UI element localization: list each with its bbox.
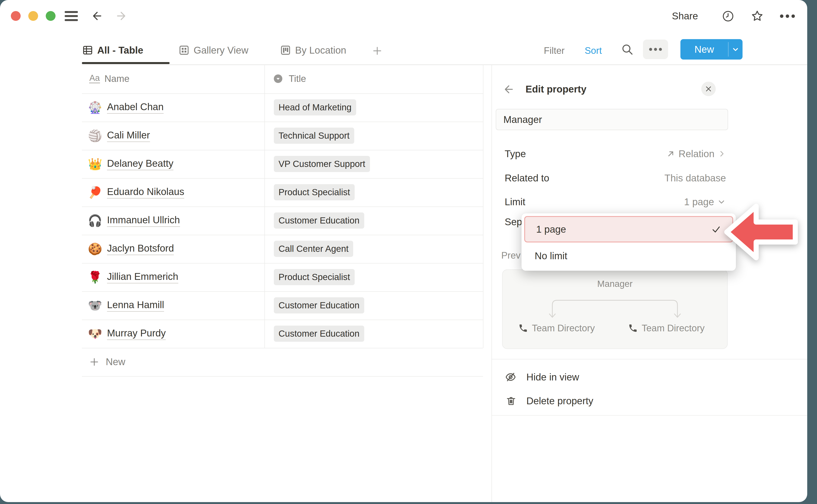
row-name-link[interactable]: Jillian Emmerich xyxy=(107,271,178,283)
new-button-label[interactable]: New xyxy=(680,39,728,60)
search-icon[interactable] xyxy=(621,43,634,56)
limit-dropdown-menu: 1 page No limit xyxy=(522,213,736,271)
row-title-chip[interactable]: Head of Marketing xyxy=(274,99,356,115)
row-title-chip[interactable]: Technical Support xyxy=(274,128,354,144)
ellipsis-icon xyxy=(649,47,663,51)
column-header-name[interactable]: Name xyxy=(104,73,129,85)
row-emoji-icon: 🏓 xyxy=(88,186,102,199)
row-emoji-icon: 🐨 xyxy=(88,299,102,312)
action-label: Hide in view xyxy=(526,371,579,383)
favorite-star-icon[interactable] xyxy=(751,9,764,23)
pointer-arrow-annotation xyxy=(724,202,799,262)
row-title-chip[interactable]: Call Center Agent xyxy=(274,241,353,257)
tab-label: Gallery View xyxy=(194,44,248,56)
column-divider[interactable] xyxy=(483,65,484,348)
row-emoji-icon: 👑 xyxy=(88,158,102,170)
table-row[interactable]: 🌹 Jillian Emmerich Product Specialist xyxy=(82,263,483,292)
panel-section-divider xyxy=(492,359,807,359)
hide-in-view-button[interactable]: Hide in view xyxy=(505,371,579,383)
new-button[interactable]: New xyxy=(680,39,743,60)
panel-close-button[interactable] xyxy=(701,82,716,96)
table-row[interactable]: 👑 Delaney Beatty VP Customer Support xyxy=(82,150,483,179)
column-header-title[interactable]: Title xyxy=(289,73,306,85)
relation-arrow-icon xyxy=(666,149,676,158)
row-name-link[interactable]: Immanuel Ullrich xyxy=(107,214,180,227)
property-row-related-to[interactable]: Related to This database xyxy=(505,171,726,186)
phone-icon xyxy=(518,323,528,333)
traffic-light-close[interactable] xyxy=(11,11,21,21)
row-emoji-icon: 🐶 xyxy=(88,327,102,340)
table-row[interactable]: 🏐 Cali Miller Technical Support xyxy=(82,122,483,150)
preview-child-right: Team Directory xyxy=(628,323,705,333)
filter-button[interactable]: Filter xyxy=(544,45,565,57)
updates-clock-icon[interactable] xyxy=(722,10,734,23)
row-emoji-icon: 🎧 xyxy=(88,214,102,227)
dropdown-option-no-limit[interactable]: No limit xyxy=(524,245,733,268)
row-name-link[interactable]: Delaney Beatty xyxy=(107,158,173,170)
table-row[interactable]: 🐨 Lenna Hamill Customer Education xyxy=(82,291,483,320)
row-name-link[interactable]: Lenna Hamill xyxy=(107,299,164,312)
tab-label: All - Table xyxy=(97,44,143,56)
table-row[interactable]: 🎧 Immanuel Ullrich Customer Education xyxy=(82,206,483,235)
row-name-link[interactable]: Anabel Chan xyxy=(107,101,164,114)
table-header-row: Aa Name Title xyxy=(82,65,483,94)
traffic-light-zoom[interactable] xyxy=(46,11,56,21)
chevron-right-icon xyxy=(717,149,726,158)
back-arrow-icon[interactable] xyxy=(90,10,103,22)
option-label: 1 page xyxy=(536,217,566,242)
add-view-plus-icon[interactable] xyxy=(372,46,382,56)
row-name-link[interactable]: Murray Purdy xyxy=(107,327,166,340)
text-property-icon: Aa xyxy=(89,73,100,83)
property-row-limit[interactable]: Limit 1 page xyxy=(505,194,726,210)
delete-property-button[interactable]: Delete property xyxy=(506,395,593,407)
property-name-input[interactable]: Manager xyxy=(496,109,728,130)
view-options-button[interactable] xyxy=(643,40,668,59)
plus-icon xyxy=(89,357,99,367)
row-title-chip[interactable]: Customer Education xyxy=(274,297,364,313)
column-divider[interactable] xyxy=(264,65,265,348)
panel-title: Edit property xyxy=(526,83,586,95)
row-name-link[interactable]: Eduardo Nikolaus xyxy=(107,186,184,199)
table-row[interactable]: 🎡 Anabel Chan Head of Marketing xyxy=(82,93,483,122)
tab-all-table[interactable]: All - Table xyxy=(82,43,143,57)
dropdown-option-1-page[interactable]: 1 page xyxy=(524,216,733,242)
row-emoji-icon: 🏐 xyxy=(88,129,102,142)
new-dropdown-chevron-icon[interactable] xyxy=(729,39,743,60)
row-title-chip[interactable]: Customer Education xyxy=(274,326,364,342)
preview-connector xyxy=(549,296,681,321)
tab-label: By Location xyxy=(295,44,346,56)
separate-label-partial: Sep xyxy=(505,216,522,228)
panel-back-icon[interactable] xyxy=(502,83,514,95)
table-row[interactable]: 🐶 Murray Purdy Customer Education xyxy=(82,320,483,348)
panel-bottom-divider xyxy=(492,415,807,416)
traffic-light-minimize[interactable] xyxy=(28,11,38,21)
sort-button[interactable]: Sort xyxy=(585,45,602,57)
sidebar-menu-icon[interactable] xyxy=(64,11,79,22)
table-view-icon xyxy=(82,44,93,56)
table-row[interactable]: 🍪 Jaclyn Botsford Call Center Agent xyxy=(82,235,483,263)
property-value: 1 page xyxy=(684,196,714,208)
tab-gallery-view[interactable]: Gallery View xyxy=(178,43,248,57)
forward-arrow-icon[interactable] xyxy=(116,10,128,22)
preview-child-left: Team Directory xyxy=(518,323,595,333)
check-icon xyxy=(711,224,721,234)
row-name-link[interactable]: Jaclyn Botsford xyxy=(107,242,174,255)
table-row[interactable]: 🏓 Eduardo Nikolaus Product Specialist xyxy=(82,178,483,207)
panel-divider xyxy=(492,65,492,502)
property-value: This database xyxy=(665,172,726,184)
new-row-label: New xyxy=(106,356,125,368)
row-title-chip[interactable]: VP Customer Support xyxy=(274,156,370,172)
phone-icon xyxy=(628,323,638,333)
preview-label-partial: Prev xyxy=(501,249,521,262)
more-options-icon[interactable] xyxy=(779,13,796,19)
row-title-chip[interactable]: Product Specialist xyxy=(274,269,355,285)
row-name-link[interactable]: Cali Miller xyxy=(107,129,150,142)
share-button[interactable]: Share xyxy=(672,10,698,22)
row-title-chip[interactable]: Customer Education xyxy=(274,212,364,229)
property-label: Type xyxy=(505,148,526,160)
row-title-chip[interactable]: Product Specialist xyxy=(274,184,355,200)
eye-off-icon xyxy=(505,371,517,383)
property-row-type[interactable]: Type Relation xyxy=(505,146,726,162)
new-row-button[interactable]: New xyxy=(82,348,483,377)
tab-by-location[interactable]: By Location xyxy=(280,43,346,57)
